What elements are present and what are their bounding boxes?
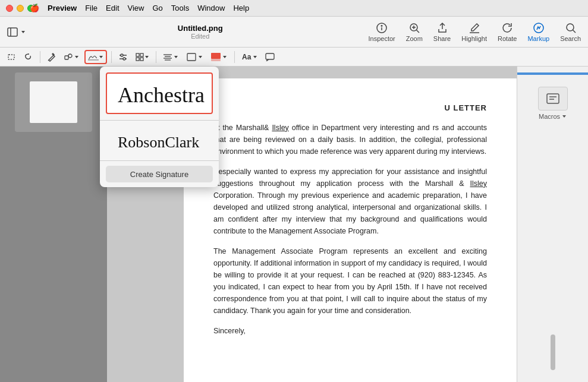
zoom-label: Zoom [406, 35, 423, 42]
markup-label: Markup [527, 35, 549, 42]
titlebar: 🍎 Preview File Edit View Go Tools Window… [0, 0, 588, 17]
menu-window[interactable]: Window [197, 4, 225, 12]
doc-heading: U LETTER [213, 102, 487, 115]
svg-point-4 [381, 25, 382, 26]
search-toolbar-label: Search [560, 35, 581, 42]
ilsley-link-2[interactable]: Ilsley [470, 179, 487, 188]
markup-button[interactable]: Markup [527, 22, 549, 42]
svg-rect-35 [547, 94, 559, 103]
rect-select-button[interactable] [5, 50, 19, 64]
menu-tools[interactable]: Tools [171, 4, 189, 12]
edited-label: Edited [191, 33, 209, 40]
sig-divider [100, 120, 219, 121]
svg-rect-22 [140, 53, 143, 56]
macros-icon[interactable] [538, 87, 568, 111]
rotate-button[interactable]: Rotate [498, 22, 517, 42]
doc-paragraph-3: The Management Associate Program represe… [213, 245, 487, 317]
separator-2 [111, 51, 112, 63]
right-scrollbar[interactable] [551, 334, 555, 370]
shapes-dropdown[interactable] [61, 50, 82, 64]
separator-3 [156, 51, 156, 63]
zoom-button[interactable]: Zoom [406, 22, 423, 42]
minimize-button[interactable] [17, 5, 24, 12]
macros-dropdown[interactable]: Macros [539, 113, 567, 120]
view-mode-button[interactable] [133, 50, 152, 64]
pen-tool-button[interactable] [45, 50, 59, 64]
filename: Untitled.png [178, 24, 223, 33]
menu-file[interactable]: File [85, 4, 98, 12]
close-button[interactable] [6, 5, 13, 12]
text-align-button[interactable] [161, 50, 181, 64]
inspector-button[interactable]: Inspector [368, 22, 395, 42]
toolbar2: Aa [0, 48, 588, 67]
separator-4 [234, 51, 235, 63]
rotate-label: Rotate [498, 35, 517, 42]
left-panel [0, 67, 107, 382]
toolbar1-icons: Inspector Zoom Share Hi [368, 22, 581, 42]
menu-edit[interactable]: Edit [106, 4, 119, 12]
doc-paragraph-2: I especially wanted to express my apprec… [213, 166, 487, 237]
sidebar-toggle[interactable] [7, 27, 26, 37]
svg-rect-14 [65, 56, 68, 59]
svg-rect-0 [8, 28, 17, 36]
share-label: Share [433, 35, 451, 42]
signature-popup: Anchestra RobsonClark Create Signature [100, 67, 219, 187]
svg-line-12 [573, 30, 576, 33]
sincerely-text: Sincerely, [213, 325, 487, 337]
svg-line-6 [416, 30, 419, 33]
svg-rect-24 [140, 58, 143, 61]
adjust-button[interactable] [116, 50, 130, 64]
toolbar1: Untitled.png Edited Inspector Zoom [0, 17, 588, 48]
app-name[interactable]: Preview [48, 4, 77, 12]
doc-paragraph-1: at the Marshall& Ilsley office in Depart… [213, 122, 487, 157]
svg-rect-13 [8, 55, 14, 59]
doc-page: U LETTER at the Marshall& Ilsley office … [184, 78, 517, 382]
menu-go[interactable]: Go [152, 4, 162, 12]
border-button[interactable] [184, 50, 206, 64]
menubar: 🍎 Preview File Edit View Go Tools Window… [30, 4, 249, 12]
svg-rect-21 [136, 53, 139, 56]
svg-point-15 [68, 54, 72, 58]
sig-divider-2 [100, 160, 219, 161]
menu-view[interactable]: View [128, 4, 144, 12]
separator-1 [40, 51, 40, 63]
svg-rect-29 [187, 53, 196, 61]
macros-label: Macros [539, 113, 560, 120]
macros-header-bar [517, 72, 588, 75]
inspector-label: Inspector [368, 35, 395, 42]
svg-rect-32 [266, 53, 274, 59]
svg-point-11 [567, 24, 574, 31]
apple-menu[interactable]: 🍎 [30, 4, 39, 12]
svg-text:RobsonClark: RobsonClark [118, 134, 199, 151]
signature-button[interactable] [84, 50, 107, 64]
highlight-label: Highlight [461, 35, 487, 42]
color-button[interactable] [208, 50, 230, 64]
svg-rect-23 [136, 58, 139, 61]
macros-area: Macros [538, 87, 568, 120]
menu-help[interactable]: Help [233, 4, 249, 12]
share-button[interactable]: Share [433, 22, 451, 42]
right-panel: Macros [517, 67, 588, 382]
svg-text:Anchestra: Anchestra [118, 83, 205, 107]
svg-rect-30 [211, 53, 221, 59]
speech-bubble-button[interactable] [263, 50, 277, 64]
title-section: Untitled.png Edited [32, 24, 368, 40]
signature-item-selected[interactable]: Anchestra [106, 72, 213, 114]
svg-point-20 [123, 58, 125, 60]
signature-item-2[interactable]: RobsonClark [106, 124, 213, 157]
thumbnail [15, 72, 92, 132]
create-signature-button[interactable]: Create Signature [106, 166, 213, 182]
search-toolbar-button[interactable]: Search [560, 22, 581, 42]
main-area: Anchestra RobsonClark Create Signature U… [0, 67, 588, 382]
svg-point-18 [121, 54, 123, 56]
highlight-button[interactable]: Highlight [461, 22, 487, 42]
lasso-select-button[interactable] [21, 50, 36, 64]
font-size-button[interactable]: Aa [239, 50, 260, 64]
svg-rect-31 [211, 59, 221, 61]
ilsley-link-1[interactable]: Ilsley [272, 124, 288, 132]
